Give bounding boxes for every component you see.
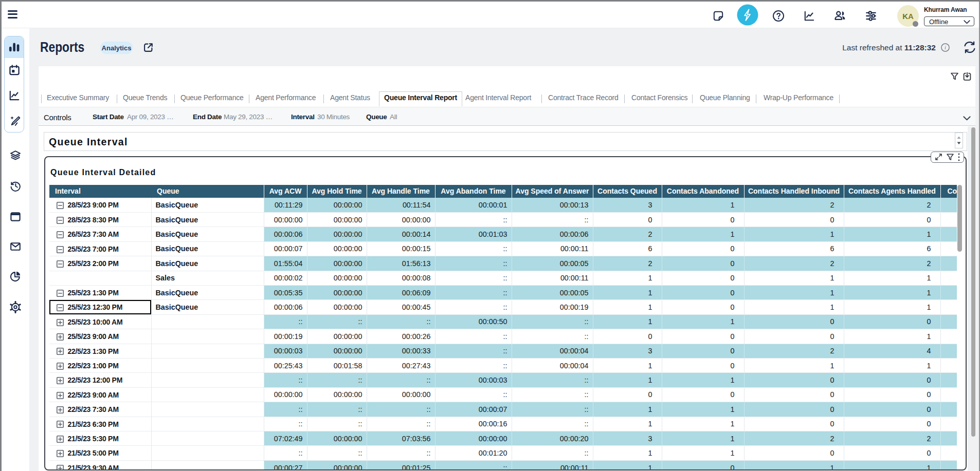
svg-text:i: i <box>945 44 946 50</box>
